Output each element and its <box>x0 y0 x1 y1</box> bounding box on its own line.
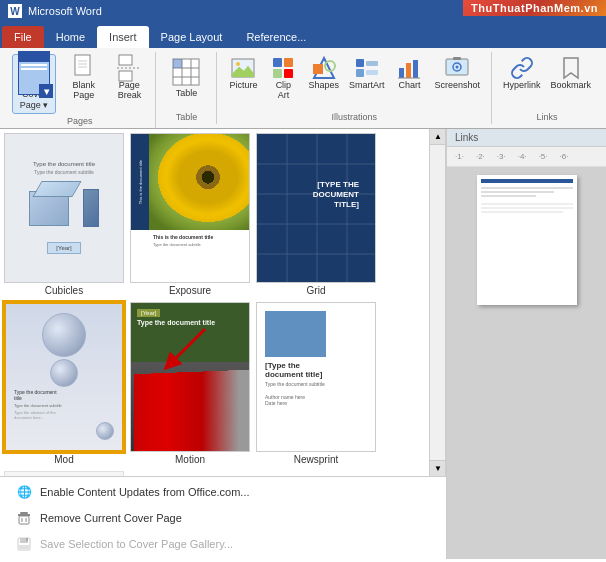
svg-rect-25 <box>366 70 378 75</box>
ribbon-group-table: Table Table <box>156 52 217 124</box>
motion-title-text: Type the document title <box>137 319 215 326</box>
preview-line3 <box>481 195 536 197</box>
ribbon-group-links: Hyperlink Bookmark Links <box>492 52 602 124</box>
page-break-button[interactable]: PageBreak <box>111 54 147 102</box>
gallery-item-grid[interactable]: [TYPE THEDOCUMENTTITLE] Grid <box>256 133 376 296</box>
blank-page-button[interactable]: Blank Page <box>60 54 107 102</box>
ruler-6: ·6· <box>560 152 569 161</box>
left-panel: ▲ ▼ Type the document title Type the doc… <box>0 129 446 559</box>
hyperlink-button[interactable]: Hyperlink <box>500 54 544 92</box>
picture-button[interactable]: Picture <box>225 54 261 92</box>
right-panel-title: Links <box>455 132 478 143</box>
newsprint-blue-box <box>265 311 326 357</box>
svg-rect-28 <box>413 60 418 78</box>
preview-line5 <box>481 207 573 209</box>
chart-icon <box>397 56 421 80</box>
bookmark-button[interactable]: Bookmark <box>547 54 594 92</box>
table-buttons: Table <box>164 54 208 101</box>
svg-rect-26 <box>399 68 404 78</box>
tab-home[interactable]: Home <box>44 26 97 48</box>
cube-right <box>83 189 99 227</box>
tab-references[interactable]: Reference... <box>234 26 318 48</box>
shapes-button[interactable]: Shapes <box>305 54 342 92</box>
gallery-thumb-motion: [Year] Type the document title <box>130 302 250 452</box>
svg-rect-45 <box>20 512 28 514</box>
gallery-item-mod[interactable]: Type the documenttitle Type the document… <box>4 302 124 465</box>
right-panel-header: Links <box>447 129 606 147</box>
chart-label: Chart <box>398 80 420 90</box>
tab-insert[interactable]: Insert <box>97 26 149 48</box>
clipart-button[interactable]: ClipArt <box>265 54 301 102</box>
motion-train <box>134 369 249 450</box>
save-selection-label: Save Selection to Cover Page Gallery... <box>40 538 233 550</box>
cover-icon-line1 <box>21 64 47 66</box>
illustrations-buttons: Picture ClipArt <box>225 54 483 102</box>
gallery-row-3-partial <box>4 471 425 476</box>
cover-page-icon: ▾ <box>18 57 50 89</box>
picture-label: Picture <box>229 80 257 90</box>
svg-point-32 <box>456 66 459 69</box>
motion-label: Motion <box>175 454 205 465</box>
gallery-item-cubicles[interactable]: Type the document title Type the documen… <box>4 133 124 296</box>
scrollbar-up-button[interactable]: ▲ <box>430 129 446 145</box>
svg-rect-12 <box>173 59 182 68</box>
clipart-label: ClipArt <box>276 80 292 100</box>
svg-rect-4 <box>119 55 132 65</box>
page-break-label: PageBreak <box>118 80 142 100</box>
tab-pagelayout[interactable]: Page Layout <box>149 26 235 48</box>
gallery-thumb-grid: [TYPE THEDOCUMENTTITLE] <box>256 133 376 283</box>
gallery-item-motion[interactable]: [Year] Type the document title Motion <box>130 302 250 465</box>
cubicles-doc-title: Type the document title <box>33 161 95 167</box>
save-selection-icon <box>16 536 32 552</box>
bookmark-label: Bookmark <box>550 80 591 90</box>
gallery-content: Type the document title Type the documen… <box>0 129 445 476</box>
ruler-1: ·1· <box>455 152 464 161</box>
picture-icon <box>231 56 255 80</box>
smartart-button[interactable]: SmartArt <box>346 54 388 92</box>
exposure-sunflower <box>149 134 249 230</box>
gallery-item-newsprint[interactable]: [Type thedocument title] Type the docume… <box>256 302 376 465</box>
exposure-image-area: This is the document title <box>131 134 249 230</box>
cover-icon-header <box>19 52 49 62</box>
smartart-label: SmartArt <box>349 80 385 90</box>
cover-page-button[interactable]: ▾ CoverPage ▾ <box>12 54 56 114</box>
mod-title-text: Type the documenttitle <box>14 389 114 401</box>
cubicles-shapes <box>29 181 99 236</box>
context-enable-updates[interactable]: 🌐 Enable Content Updates from Office.com… <box>0 479 446 505</box>
chart-button[interactable]: Chart <box>391 54 427 92</box>
gallery-panel: ▲ ▼ Type the document title Type the doc… <box>0 129 446 476</box>
scrollbar-down-button[interactable]: ▼ <box>430 460 446 476</box>
ruler-3: ·3· <box>497 152 506 161</box>
mod-label: Mod <box>54 454 73 465</box>
newsprint-title-text: [Type thedocument title] <box>265 361 367 379</box>
watermark-text: ThuThuatPhanMem.vn <box>471 2 598 14</box>
exposure-design: This is the document title This is the d… <box>131 134 249 282</box>
tab-home-label: Home <box>56 31 85 43</box>
context-remove-cover[interactable]: Remove Current Cover Page <box>0 505 446 531</box>
newsprint-label: Newsprint <box>294 454 338 465</box>
screenshot-icon <box>445 56 469 80</box>
exposure-sidebar: This is the document title <box>131 134 149 230</box>
table-button[interactable]: Table <box>164 54 208 101</box>
table-group-label: Table <box>176 110 198 122</box>
svg-rect-24 <box>366 61 378 66</box>
screenshot-label: Screenshot <box>434 80 480 90</box>
tab-file[interactable]: File <box>2 26 44 48</box>
grid-label: Grid <box>307 285 326 296</box>
shapes-label: Shapes <box>308 80 339 90</box>
svg-rect-16 <box>284 58 293 67</box>
svg-rect-18 <box>284 69 293 78</box>
screenshot-button[interactable]: Screenshot <box>431 54 483 92</box>
svg-rect-0 <box>75 55 90 75</box>
gallery-item-exposure[interactable]: This is the document title This is the d… <box>130 133 250 296</box>
grid-design: [TYPE THEDOCUMENTTITLE] <box>257 134 375 282</box>
preview-line4 <box>481 203 573 205</box>
ribbon: ▾ CoverPage ▾ Blank Page <box>0 48 606 129</box>
pages-buttons: ▾ CoverPage ▾ Blank Page <box>12 54 147 114</box>
svg-rect-15 <box>273 58 282 67</box>
blank-page-label: Blank Page <box>63 80 104 100</box>
gallery-scrollbar[interactable]: ▲ ▼ <box>429 129 445 476</box>
ruler-area: ·1· ·2· ·3· ·4· ·5· ·6· <box>447 147 606 167</box>
gallery-thumb-exposure: This is the document title This is the d… <box>130 133 250 283</box>
app-title: Microsoft Word <box>28 5 102 17</box>
